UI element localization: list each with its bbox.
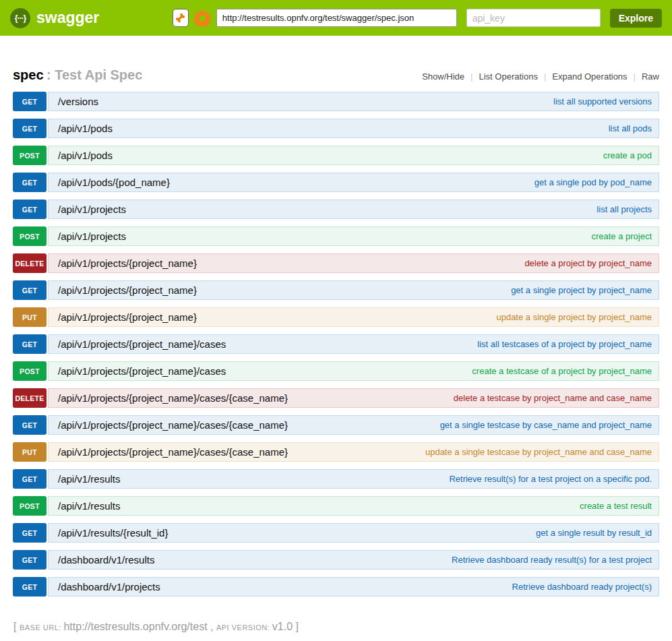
endpoint-path[interactable]: /versions [58,96,98,107]
endpoint-row[interactable]: GET /api/v1/results Retrieve result(s) f… [13,469,659,489]
http-method-badge: POST [13,496,47,516]
endpoint-description[interactable]: list all pods [609,123,652,133]
http-method-badge: GET [13,173,47,192]
endpoint-description[interactable]: delete a testcase by project_name and ca… [454,393,652,403]
nav-separator: | [544,71,546,82]
endpoint-path[interactable]: /api/v1/results/{result_id} [58,527,168,539]
endpoint-row[interactable]: GET /dashboard/v1/projects Retrieve dash… [13,577,659,597]
endpoint-description[interactable]: get a single result by result_id [536,528,652,538]
expand-operations-link[interactable]: Expand Operations [552,71,627,82]
endpoint-path[interactable]: /api/v1/projects/{project_name}/cases/{c… [58,446,288,458]
api-key-input[interactable] [466,9,601,27]
endpoint-body: /versions list all supported versions [48,92,659,111]
endpoint-row[interactable]: GET /api/v1/projects/{project_name} get … [13,280,659,300]
footer-open-bracket: [ [13,621,16,632]
endpoint-body: /api/v1/results create a test result [48,496,659,516]
endpoint-description[interactable]: create a testcase of a project by projec… [472,366,652,376]
gear-icon [193,9,211,27]
endpoint-path[interactable]: /api/v1/pods [58,123,113,134]
endpoint-description[interactable]: get a single pod by pod_name [534,177,652,187]
endpoint-path[interactable]: /api/v1/projects/{project_name} [58,257,197,269]
endpoint-body: /api/v1/projects/{project_name} update a… [48,307,659,327]
endpoint-path[interactable]: /api/v1/projects [58,231,126,242]
endpoint-body: /api/v1/projects/{project_name} get a si… [48,280,659,300]
endpoint-row[interactable]: POST /api/v1/pods create a pod [13,146,659,165]
endpoint-description[interactable]: update a single testcase by project_name… [425,447,652,457]
show-hide-link[interactable]: Show/Hide [422,71,464,82]
endpoint-row[interactable]: GET /api/v1/projects list all projects [13,200,659,219]
http-method-badge: GET [13,200,47,219]
endpoint-body: /api/v1/projects/{project_name}/cases/{c… [48,415,659,435]
endpoint-row[interactable]: PUT /api/v1/projects/{project_name} upda… [13,307,659,327]
wrench-button[interactable] [173,9,189,27]
endpoint-description[interactable]: create a project [591,231,652,241]
endpoint-path[interactable]: /api/v1/results [58,473,121,485]
http-method-badge: DELETE [13,253,47,273]
endpoint-path[interactable]: /dashboard/v1/results [58,554,154,566]
explore-button[interactable]: Explore [610,9,662,28]
http-method-badge: GET [13,280,47,300]
endpoint-path[interactable]: /api/v1/pods/{pod_name} [58,177,170,188]
endpoint-row[interactable]: PUT /api/v1/projects/{project_name}/case… [13,442,659,462]
endpoint-row[interactable]: DELETE /api/v1/projects/{project_name} d… [13,253,659,273]
endpoint-path[interactable]: /api/v1/projects/{project_name}/cases [58,365,226,377]
http-method-badge: PUT [13,307,47,327]
base-url-footer: [ BASE URL: http://testresults.opnfv.org… [13,621,659,633]
endpoint-row[interactable]: GET /dashboard/v1/results Retrieve dashb… [13,550,659,570]
endpoint-body: /dashboard/v1/results Retrieve dashboard… [48,550,659,570]
endpoint-body: /api/v1/projects/{project_name}/cases cr… [48,361,659,381]
endpoint-row[interactable]: GET /api/v1/pods list all pods [13,119,659,138]
endpoint-path[interactable]: /api/v1/results [58,500,121,512]
endpoint-description[interactable]: Retrieve dashboard ready result(s) for a… [452,555,652,565]
endpoint-description[interactable]: get a single testcase by case_name and p… [440,420,652,430]
spec-url-input[interactable] [216,9,457,27]
endpoint-path[interactable]: /api/v1/projects/{project_name}/cases/{c… [58,419,288,431]
raw-link[interactable]: Raw [642,71,659,82]
endpoint-row[interactable]: GET /versions list all supported version… [13,92,659,111]
header-bar: {···} swagger Explore [0,0,672,36]
endpoint-row[interactable]: GET /api/v1/pods/{pod_name} get a single… [13,173,659,192]
footer-colon: : [268,623,272,632]
endpoint-row[interactable]: GET /api/v1/results/{result_id} get a si… [13,523,659,543]
http-method-badge: GET [13,334,47,354]
endpoint-row[interactable]: POST /api/v1/results create a test resul… [13,496,659,516]
endpoint-body: /api/v1/pods/{pod_name} get a single pod… [48,173,659,192]
endpoint-description[interactable]: delete a project by project_name [524,258,652,268]
endpoint-path[interactable]: /api/v1/projects/{project_name}/cases [58,338,226,350]
nav-separator: | [470,71,472,82]
endpoint-row[interactable]: GET /api/v1/projects/{project_name}/case… [13,415,659,435]
endpoint-description[interactable]: get a single project by project_name [511,285,652,295]
endpoint-body: /api/v1/results/{result_id} get a single… [48,523,659,543]
http-method-badge: POST [13,146,47,165]
resource-description: : Test Api Spec [47,67,142,82]
endpoint-path[interactable]: /dashboard/v1/projects [58,581,160,592]
endpoint-path[interactable]: /api/v1/projects/{project_name}/cases/{c… [58,392,288,404]
endpoint-path[interactable]: /api/v1/pods [58,150,113,161]
endpoint-description[interactable]: Retrieve result(s) for a test project on… [449,474,652,484]
endpoint-path[interactable]: /api/v1/projects/{project_name} [58,311,197,323]
endpoint-body: /api/v1/projects list all projects [48,200,659,219]
endpoint-description[interactable]: create a pod [603,150,652,160]
base-url-label: BASE URL [20,623,59,632]
endpoint-description[interactable]: list all supported versions [553,96,652,106]
endpoint-path[interactable]: /api/v1/projects/{project_name} [58,284,197,296]
endpoint-description[interactable]: Retrieve dashboard ready project(s) [512,582,652,592]
http-method-badge: POST [13,361,47,381]
resource-name: spec [13,67,44,82]
list-operations-link[interactable]: List Operations [479,71,537,82]
endpoint-description[interactable]: list all testcases of a project by proje… [477,339,652,349]
gear-button[interactable] [193,9,211,28]
endpoint-description[interactable]: create a test result [580,501,652,511]
endpoint-path[interactable]: /api/v1/projects [58,204,126,215]
endpoint-row[interactable]: DELETE /api/v1/projects/{project_name}/c… [13,388,659,408]
heading-row: spec : Test Api Spec Show/Hide | List Op… [13,67,659,83]
swagger-logo-link[interactable]: {···} swagger [10,8,99,28]
footer-comma: , [208,621,216,632]
endpoint-row[interactable]: POST /api/v1/projects create a project [13,226,659,246]
endpoint-row[interactable]: GET /api/v1/projects/{project_name}/case… [13,334,659,354]
page-title: spec : Test Api Spec [13,67,142,83]
endpoint-row[interactable]: POST /api/v1/projects/{project_name}/cas… [13,361,659,381]
endpoint-description[interactable]: list all projects [597,204,652,214]
endpoint-description[interactable]: update a single project by project_name [496,312,652,322]
wrench-icon [174,11,187,24]
